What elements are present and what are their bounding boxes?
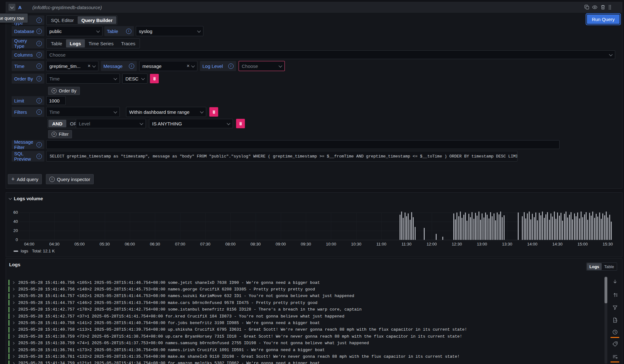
- legend-series-label[interactable]: logs: [21, 249, 28, 253]
- chevron-down-icon: [10, 5, 14, 8]
- info-icon[interactable]: i: [36, 41, 42, 46]
- query-inspector-button[interactable]: i Query inspector: [46, 174, 94, 184]
- clear-icon[interactable]: ×: [187, 63, 190, 69]
- duplicate-icon[interactable]: [584, 4, 590, 10]
- filter-icon[interactable]: [611, 304, 619, 311]
- active-indicator: [610, 337, 619, 338]
- filter-operator-select[interactable]: Within dashboard time range: [126, 107, 206, 117]
- table-select[interactable]: syslog: [136, 26, 203, 36]
- time-icon[interactable]: [611, 328, 619, 336]
- volume-bar: [571, 212, 572, 240]
- order-by-field-select[interactable]: Time: [46, 74, 120, 84]
- log-level-bar: [8, 354, 9, 359]
- editor-type-option-builder[interactable]: Query Builder: [78, 16, 116, 24]
- volume-bar: [470, 217, 471, 240]
- info-icon[interactable]: i: [36, 63, 42, 69]
- remove-filter2-button[interactable]: [236, 119, 245, 128]
- circle-plus-icon: +: [52, 132, 57, 137]
- log-row[interactable]: 2025-05-28 15:41:46.756 <105>1 2025-05-2…: [8, 279, 603, 286]
- hide-response-icon[interactable]: [592, 4, 598, 10]
- message-column-select[interactable]: message ×: [139, 61, 197, 71]
- expand-log-icon[interactable]: [12, 315, 14, 317]
- log-row[interactable]: 2025-05-28 15:41:40.758 <141>2 2025-05-2…: [8, 320, 603, 326]
- logs-volume-legend[interactable]: logs Total: 12.1 K: [14, 249, 55, 253]
- add-query-button[interactable]: + Add query: [8, 174, 42, 184]
- expand-log-icon[interactable]: [12, 322, 14, 324]
- info-icon[interactable]: i: [36, 142, 42, 147]
- limit-input[interactable]: [46, 96, 66, 105]
- expand-log-icon[interactable]: [12, 335, 14, 338]
- filter2-field-select[interactable]: Level: [76, 119, 146, 128]
- labels-icon[interactable]: [611, 340, 619, 348]
- info-icon[interactable]: i: [36, 154, 42, 159]
- collapse-query-row-button[interactable]: [8, 4, 15, 11]
- filter-field-select[interactable]: Time: [46, 107, 120, 117]
- query-type-option-logs[interactable]: Logs: [66, 39, 85, 47]
- expand-log-icon[interactable]: [12, 355, 14, 358]
- wrap-lines-icon[interactable]: [611, 353, 619, 360]
- remove-filter-button[interactable]: [209, 107, 218, 117]
- info-icon[interactable]: i: [126, 29, 131, 34]
- log-details-icon[interactable]: LOG: [611, 316, 619, 324]
- query-type-option-table[interactable]: Table: [47, 39, 66, 47]
- expand-log-icon[interactable]: [12, 308, 14, 311]
- message-filter-input[interactable]: [46, 140, 560, 149]
- expand-log-icon[interactable]: [12, 342, 14, 344]
- columns-select[interactable]: Choose: [46, 50, 615, 59]
- volume-bar: [606, 212, 607, 240]
- volume-bar: [554, 212, 555, 240]
- log-row[interactable]: 2025-05-28 15:41:42.757 <178>2 2025-05-2…: [8, 306, 603, 313]
- info-icon[interactable]: i: [36, 18, 42, 23]
- expand-log-icon[interactable]: [12, 295, 14, 297]
- log-row[interactable]: 2025-05-28 15:41:38.759 <73>2 2025-05-28…: [8, 333, 603, 339]
- log-row[interactable]: 2025-05-28 15:41:36.761 <173>2 2025-05-2…: [8, 347, 603, 353]
- time-column-select[interactable]: greptime_tim... ×: [46, 61, 98, 71]
- clear-icon[interactable]: ×: [88, 63, 91, 69]
- grid-line: [281, 212, 281, 240]
- expand-log-icon[interactable]: [12, 328, 14, 331]
- volume-bar: [597, 217, 598, 240]
- volume-bar: [579, 218, 580, 240]
- bool-option-and[interactable]: AND: [48, 120, 66, 127]
- log-row[interactable]: 2025-05-28 15:41:46.756 <148>2 2025-05-2…: [8, 286, 603, 292]
- order-by-direction-select[interactable]: DESC: [122, 74, 147, 84]
- query-type-option-timeseries[interactable]: Time Series: [85, 39, 117, 47]
- info-icon[interactable]: i: [36, 109, 42, 115]
- add-order-by-button[interactable]: + Order By: [48, 87, 80, 95]
- delete-query-icon[interactable]: [600, 4, 606, 10]
- expand-log-icon[interactable]: [12, 288, 14, 290]
- info-icon[interactable]: i: [36, 52, 42, 58]
- expand-log-icon[interactable]: [12, 281, 14, 284]
- log-row[interactable]: 2025-05-28 15:41:44.757 <146>2 2025-05-2…: [8, 300, 603, 306]
- svg-text:LOG: LOG: [614, 320, 617, 322]
- info-icon[interactable]: i: [36, 29, 42, 34]
- scrollbar-thumb[interactable]: [605, 277, 607, 303]
- filter2-operator-select[interactable]: IS ANYTHING: [149, 119, 233, 128]
- log-row[interactable]: 2025-05-28 15:41:38.759 <74>1 2025-05-28…: [8, 340, 603, 346]
- expand-log-icon[interactable]: [12, 362, 14, 364]
- scroll-to-top-icon[interactable]: [611, 291, 619, 299]
- grid-line: [180, 212, 180, 240]
- add-filter-button[interactable]: + Filter: [48, 130, 72, 138]
- info-icon[interactable]: i: [36, 98, 42, 103]
- expand-log-icon[interactable]: [12, 349, 14, 351]
- log-row[interactable]: 2025-05-28 15:41:42.757 <37>1 2025-05-28…: [8, 313, 603, 319]
- run-query-button[interactable]: Run Query: [587, 14, 620, 24]
- log-level-select[interactable]: Choose: [239, 61, 285, 71]
- log-row[interactable]: 2025-05-28 15:41:40.758 <113>1 2025-05-2…: [8, 327, 603, 333]
- log-row[interactable]: 2025-05-28 15:41:36.761 <132>2 2025-05-2…: [8, 353, 603, 360]
- database-select[interactable]: public: [46, 26, 102, 36]
- info-icon[interactable]: i: [36, 76, 42, 81]
- drag-handle-icon[interactable]: [607, 4, 613, 10]
- log-row[interactable]: 2025-05-28 15:41:34.759 <121>1 2025-05-2…: [8, 360, 603, 364]
- editor-type-option-sql[interactable]: SQL Editor: [47, 16, 78, 24]
- expand-log-icon[interactable]: [12, 301, 14, 304]
- info-icon[interactable]: i: [228, 63, 234, 69]
- info-icon[interactable]: i: [129, 63, 134, 69]
- query-type-option-traces[interactable]: Traces: [117, 39, 139, 47]
- scroll-to-bottom-icon[interactable]: [611, 278, 619, 285]
- logs-scrollbar[interactable]: [605, 276, 607, 364]
- remove-order-by-button[interactable]: [150, 74, 159, 83]
- log-row[interactable]: 2025-05-28 15:41:44.757 <162>1 2025-05-2…: [8, 293, 603, 299]
- volume-bar: [539, 213, 540, 240]
